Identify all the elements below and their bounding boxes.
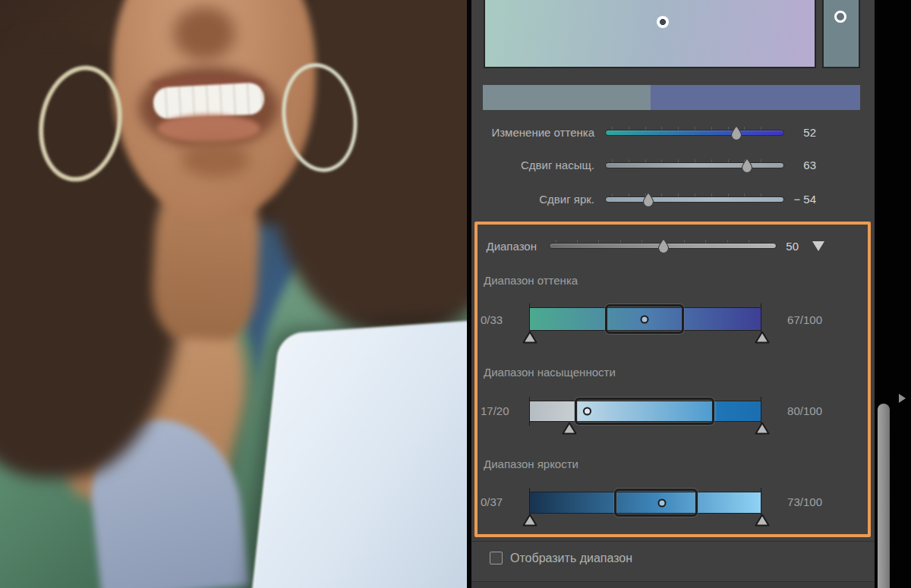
hue-sat-color-field[interactable] xyxy=(484,0,816,68)
swatch-marker-icon[interactable] xyxy=(834,11,846,23)
photo-lower-lip xyxy=(157,115,260,143)
color-field-indicator[interactable] xyxy=(657,16,669,28)
show-range-label[interactable]: Отобразить диапазон xyxy=(510,552,632,565)
section-divider xyxy=(471,541,875,542)
range-handle-left[interactable] xyxy=(522,514,537,527)
scrollbar-thumb[interactable] xyxy=(878,404,890,588)
before-color xyxy=(483,85,651,110)
range-handle-right[interactable] xyxy=(755,514,770,527)
lum-shift-value[interactable]: − 54 xyxy=(793,193,816,206)
lum-range-bar[interactable] xyxy=(529,492,761,514)
lum-range-title: Диапазон яркости xyxy=(484,458,578,470)
lum-range-window[interactable] xyxy=(614,489,698,517)
sat-range-title: Диапазон насыщенности xyxy=(484,366,616,379)
panel-expand-arrow-icon[interactable] xyxy=(899,394,906,403)
range-handle-right[interactable] xyxy=(755,331,770,344)
slider-thumb[interactable] xyxy=(740,158,754,174)
hue-range-bar[interactable] xyxy=(529,307,761,331)
slider-thumb[interactable] xyxy=(641,192,655,208)
panel-bottom-strip xyxy=(471,581,875,588)
hue-shift-label: Изменение оттенка xyxy=(491,126,594,139)
before-after-color-bar xyxy=(483,85,860,110)
sat-shift-value[interactable]: 63 xyxy=(803,159,816,171)
range-window-dot xyxy=(641,315,649,323)
hue-range-max: 67/100 xyxy=(787,313,822,326)
range-window-dot xyxy=(658,498,667,507)
hue-range-min: 0/33 xyxy=(481,313,503,326)
photo-canvas[interactable] xyxy=(0,0,467,588)
range-handle-left[interactable] xyxy=(522,331,537,344)
sat-range-window[interactable] xyxy=(575,398,714,425)
slider-ticks xyxy=(612,193,777,197)
photo-chin-shadow xyxy=(181,143,251,178)
range-slider[interactable] xyxy=(549,243,777,249)
after-color xyxy=(651,85,860,110)
sat-range-max: 80/100 xyxy=(787,404,822,417)
slider-ticks xyxy=(612,127,777,130)
scrollbar-track[interactable] xyxy=(875,0,911,588)
sat-shift-label: Сдвиг насыщ. xyxy=(521,159,594,171)
range-handle-left[interactable] xyxy=(562,422,577,435)
disclosure-triangle-icon[interactable] xyxy=(812,241,824,251)
lum-range-max: 73/100 xyxy=(787,495,822,508)
sat-shift-slider[interactable] xyxy=(605,162,784,168)
range-label: Диапазон xyxy=(486,240,537,253)
lum-shift-slider[interactable] xyxy=(605,197,784,203)
hue-shift-value[interactable]: 52 xyxy=(803,126,816,139)
hue-range-window[interactable] xyxy=(605,304,684,334)
range-value[interactable]: 50 xyxy=(786,240,799,253)
hue-shift-slider[interactable] xyxy=(605,130,784,136)
range-window-dot xyxy=(583,407,591,416)
show-range-checkbox[interactable] xyxy=(490,552,503,564)
lum-range-min: 0/37 xyxy=(481,495,503,508)
slider-thumb[interactable] xyxy=(657,238,670,254)
photo-laptop-lid xyxy=(245,316,467,588)
photo-nose-shadow xyxy=(173,6,235,61)
hue-range-title: Диапазон оттенка xyxy=(484,274,578,287)
color-edit-panel: Изменение оттенка 52 Сдвиг насыщ. 63 Сдв… xyxy=(471,0,875,588)
sat-range-min: 17/20 xyxy=(481,404,509,417)
slider-thumb[interactable] xyxy=(730,125,743,141)
sat-range-bar[interactable] xyxy=(529,401,761,422)
range-handle-right[interactable] xyxy=(755,422,770,435)
lum-shift-label: Сдвиг ярк. xyxy=(539,193,594,206)
app-window: Изменение оттенка 52 Сдвиг насыщ. 63 Сдв… xyxy=(0,0,911,588)
